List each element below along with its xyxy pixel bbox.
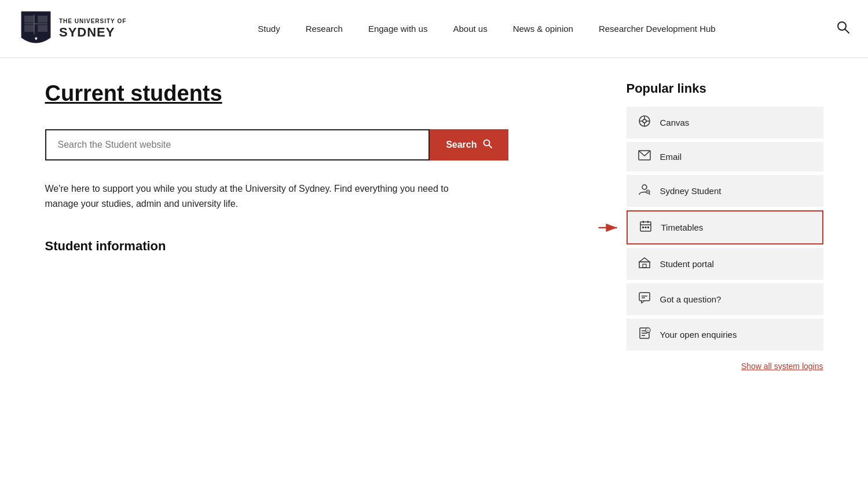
page-wrapper: Current students Search We're here to su… [17, 58, 851, 406]
svg-rect-32 [643, 264, 646, 268]
svg-text:!: ! [647, 329, 648, 333]
popular-link-sydney-student[interactable]: Sydney Student [627, 175, 823, 207]
shield-icon: ⚜ [19, 9, 53, 49]
canvas-icon [637, 115, 652, 130]
sidebar: Popular links Canvas [627, 81, 823, 371]
popular-links-list: Canvas Email [627, 107, 823, 351]
show-all-anchor[interactable]: Show all system logins [741, 362, 823, 371]
popular-link-question[interactable]: Got a question? [627, 283, 823, 315]
svg-rect-0 [24, 16, 34, 23]
main-nav: Study Research Engage with us About us N… [146, 0, 827, 58]
section-heading: Student information [45, 239, 592, 254]
nav-research[interactable]: Research [293, 0, 356, 58]
timetables-row: Timetables [627, 210, 823, 245]
popular-link-timetables[interactable]: Timetables [627, 210, 823, 245]
popular-link-email[interactable]: Email [627, 142, 823, 172]
search-button-icon [483, 139, 492, 151]
question-icon [637, 291, 652, 307]
nav-news[interactable]: News & opinion [500, 0, 586, 58]
site-header: ⚜ THE UNIVERSITY OF SYDNEY Study Researc… [0, 0, 868, 58]
svg-point-12 [643, 119, 646, 123]
enquiries-label: Your open enquiries [660, 330, 737, 340]
canvas-label: Canvas [660, 118, 690, 127]
sydney-student-label: Sydney Student [660, 186, 721, 196]
svg-rect-2 [24, 25, 34, 32]
svg-rect-30 [647, 227, 649, 228]
header-search-icon[interactable] [827, 21, 849, 37]
logo-univ-of: THE UNIVERSITY OF [59, 18, 126, 25]
svg-point-18 [642, 185, 647, 189]
nav-study[interactable]: Study [245, 0, 292, 58]
nav-engage[interactable]: Engage with us [356, 0, 441, 58]
svg-rect-1 [38, 16, 47, 23]
student-portal-icon [637, 256, 652, 272]
popular-link-enquiries[interactable]: ! Your open enquiries [627, 319, 823, 351]
enquiries-icon: ! [637, 327, 652, 342]
page-title: Current students [45, 81, 592, 106]
email-label: Email [660, 152, 682, 162]
nav-rdh[interactable]: Researcher Development Hub [586, 0, 728, 58]
popular-link-canvas[interactable]: Canvas [627, 107, 823, 138]
question-label: Got a question? [660, 294, 721, 304]
site-logo[interactable]: ⚜ THE UNIVERSITY OF SYDNEY [19, 9, 146, 49]
svg-rect-35 [639, 293, 650, 301]
popular-links-title: Popular links [627, 81, 823, 96]
student-portal-label: Student portal [660, 259, 714, 269]
svg-rect-29 [644, 227, 646, 228]
timetables-icon [638, 220, 653, 235]
nav-about[interactable]: About us [440, 0, 500, 58]
svg-line-10 [489, 145, 492, 148]
email-icon [637, 150, 652, 163]
sydney-student-icon [637, 183, 652, 199]
logo-sydney: SYDNEY [59, 25, 126, 39]
svg-rect-31 [639, 262, 650, 268]
search-input[interactable] [45, 129, 430, 160]
svg-rect-3 [38, 25, 47, 32]
show-all-link: Show all system logins [627, 361, 823, 371]
search-button-label: Search [446, 140, 477, 150]
popular-link-student-portal[interactable]: Student portal [627, 248, 823, 280]
description-text: We're here to support you while you stud… [45, 181, 451, 211]
svg-rect-28 [642, 227, 644, 228]
timetables-label: Timetables [661, 222, 704, 232]
main-content: Current students Search We're here to su… [45, 81, 592, 371]
search-bar: Search [45, 129, 508, 160]
svg-line-8 [845, 30, 849, 34]
timetables-arrow [598, 220, 621, 236]
search-button[interactable]: Search [430, 129, 508, 160]
svg-text:⚜: ⚜ [34, 37, 38, 41]
